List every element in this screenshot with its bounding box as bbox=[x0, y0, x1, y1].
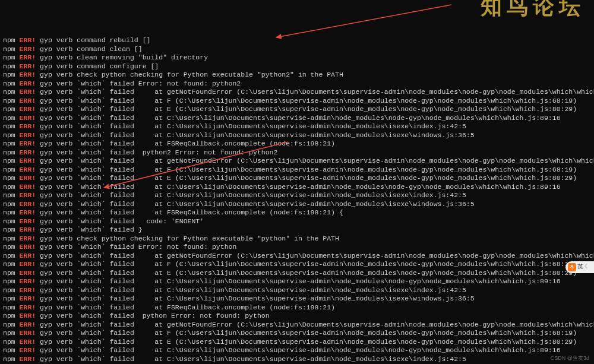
ime-mode-label: 英 bbox=[577, 263, 583, 272]
log-text: gyp verb `which` failed at C:\Users\liju… bbox=[36, 295, 474, 302]
log-text: gyp verb command rebuild [] bbox=[36, 36, 150, 44]
sogou-icon: S bbox=[568, 263, 576, 271]
err-prefix: ERR! bbox=[20, 80, 36, 87]
npm-prefix: npm bbox=[3, 312, 20, 319]
log-text: gyp verb `which` failed at FSReqCallback… bbox=[36, 303, 335, 311]
log-line: npm ERR! gyp verb `which` failed at F (C… bbox=[3, 329, 591, 338]
log-text: gyp verb `which` failed at getNotFoundEr… bbox=[36, 321, 594, 328]
log-line: npm ERR! gyp verb `which` failed python … bbox=[3, 312, 591, 321]
err-prefix: ERR! bbox=[20, 200, 36, 208]
npm-prefix: npm bbox=[3, 321, 20, 328]
log-line: npm ERR! gyp verb `which` failed } bbox=[3, 226, 591, 235]
log-text: gyp verb `which` failed at C:\Users\liju… bbox=[36, 286, 466, 294]
log-line: npm ERR! gyp verb `which` failed at getN… bbox=[3, 157, 591, 166]
log-line: npm ERR! gyp verb `which` failed at FSRe… bbox=[3, 140, 591, 148]
terminal-output: npm ERR! gyp verb command rebuild []npm … bbox=[0, 34, 594, 364]
log-line: npm ERR! gyp verb `which` failed at E (C… bbox=[3, 269, 591, 278]
err-prefix: ERR! bbox=[20, 131, 36, 139]
log-text: gyp verb `which` failed at F (C:\Users\l… bbox=[36, 260, 577, 268]
err-prefix: ERR! bbox=[20, 62, 36, 70]
log-line: npm ERR! gyp verb `which` failed at C:\U… bbox=[3, 114, 591, 123]
log-line: npm ERR! gyp verb `which` failed code: '… bbox=[3, 217, 591, 226]
log-line: npm ERR! gyp verb `which` failed at C:\U… bbox=[3, 286, 591, 295]
log-text: gyp verb `which` failed at C:\Users\liju… bbox=[36, 183, 560, 191]
log-line: npm ERR! gyp verb `which` failed at C:\U… bbox=[3, 131, 591, 140]
err-prefix: ERR! bbox=[20, 269, 36, 277]
npm-prefix: npm bbox=[3, 200, 20, 208]
npm-prefix: npm bbox=[3, 122, 20, 130]
log-line: npm ERR! gyp verb `which` failed at getN… bbox=[3, 321, 591, 330]
log-text: gyp verb `which` failed at E (C:\Users\l… bbox=[36, 269, 577, 277]
ime-indicator[interactable]: S 英 ☾ bbox=[565, 261, 594, 273]
err-prefix: ERR! bbox=[20, 226, 36, 233]
log-line: npm ERR! gyp verb command rebuild [] bbox=[3, 36, 591, 45]
err-prefix: ERR! bbox=[20, 183, 36, 191]
err-prefix: ERR! bbox=[20, 174, 36, 182]
npm-prefix: npm bbox=[3, 295, 20, 302]
npm-prefix: npm bbox=[3, 346, 20, 354]
err-prefix: ERR! bbox=[20, 260, 36, 268]
log-text: gyp verb `which` failed python2 Error: n… bbox=[36, 148, 277, 156]
npm-prefix: npm bbox=[3, 45, 20, 53]
err-prefix: ERR! bbox=[20, 321, 36, 328]
npm-prefix: npm bbox=[3, 303, 20, 311]
npm-prefix: npm bbox=[3, 355, 20, 363]
log-text: gyp verb `which` failed python Error: no… bbox=[36, 312, 269, 319]
log-line: npm ERR! gyp verb `which` failed at E (C… bbox=[3, 105, 591, 114]
log-text: gyp verb check python checking for Pytho… bbox=[36, 235, 339, 242]
err-prefix: ERR! bbox=[20, 346, 36, 354]
npm-prefix: npm bbox=[3, 114, 20, 122]
npm-prefix: npm bbox=[3, 62, 20, 70]
npm-prefix: npm bbox=[3, 329, 20, 337]
log-text: gyp verb `which` failed at FSReqCallback… bbox=[36, 208, 343, 216]
err-prefix: ERR! bbox=[20, 243, 36, 251]
err-prefix: ERR! bbox=[20, 88, 36, 96]
npm-prefix: npm bbox=[3, 148, 20, 156]
err-prefix: ERR! bbox=[20, 166, 36, 173]
npm-prefix: npm bbox=[3, 53, 20, 61]
log-text: gyp verb `which` failed at E (C:\Users\l… bbox=[36, 105, 577, 113]
npm-prefix: npm bbox=[3, 174, 20, 182]
npm-prefix: npm bbox=[3, 97, 20, 105]
npm-prefix: npm bbox=[3, 217, 20, 225]
log-text: gyp verb `which` failed Error: not found… bbox=[36, 243, 236, 251]
npm-prefix: npm bbox=[3, 80, 20, 87]
err-prefix: ERR! bbox=[20, 217, 36, 225]
npm-prefix: npm bbox=[3, 71, 20, 78]
err-prefix: ERR! bbox=[20, 312, 36, 319]
log-line: npm ERR! gyp verb `which` failed python2… bbox=[3, 148, 591, 157]
log-text: gyp verb `which` failed at FSReqCallback… bbox=[36, 140, 335, 147]
npm-prefix: npm bbox=[3, 338, 20, 346]
npm-prefix: npm bbox=[3, 243, 20, 251]
npm-prefix: npm bbox=[3, 277, 20, 285]
log-text: gyp verb `which` failed at C:\Users\liju… bbox=[36, 131, 474, 139]
log-text: gyp verb `which` failed at F (C:\Users\l… bbox=[36, 97, 577, 105]
log-line: npm ERR! gyp verb `which` failed at F (C… bbox=[3, 97, 591, 106]
npm-prefix: npm bbox=[3, 140, 20, 147]
log-line: npm ERR! gyp verb `which` failed Error: … bbox=[3, 80, 591, 88]
err-prefix: ERR! bbox=[20, 329, 36, 337]
csdn-watermark: CSDN @鱼友3d bbox=[551, 354, 589, 363]
svg-line-0 bbox=[276, 5, 451, 37]
log-line: npm ERR! gyp verb `which` failed at FSRe… bbox=[3, 303, 591, 312]
log-line: npm ERR! gyp verb `which` failed at C:\U… bbox=[3, 277, 591, 286]
log-text: gyp verb command clean [] bbox=[36, 45, 142, 53]
log-line: npm ERR! gyp verb `which` failed at C:\U… bbox=[3, 346, 591, 355]
err-prefix: ERR! bbox=[20, 191, 36, 199]
err-prefix: ERR! bbox=[20, 105, 36, 113]
npm-prefix: npm bbox=[3, 131, 20, 139]
err-prefix: ERR! bbox=[20, 252, 36, 259]
log-line: npm ERR! gyp verb `which` failed at F (C… bbox=[3, 260, 591, 269]
npm-prefix: npm bbox=[3, 166, 20, 173]
log-line: npm ERR! gyp verb `which` failed Error: … bbox=[3, 243, 591, 252]
npm-prefix: npm bbox=[3, 191, 20, 199]
err-prefix: ERR! bbox=[20, 140, 36, 147]
npm-prefix: npm bbox=[3, 208, 20, 216]
log-text: gyp verb command configure [] bbox=[36, 62, 159, 70]
err-prefix: ERR! bbox=[20, 338, 36, 346]
err-prefix: ERR! bbox=[20, 45, 36, 53]
err-prefix: ERR! bbox=[20, 208, 36, 216]
npm-prefix: npm bbox=[3, 269, 20, 277]
npm-prefix: npm bbox=[3, 226, 20, 233]
err-prefix: ERR! bbox=[20, 277, 36, 285]
